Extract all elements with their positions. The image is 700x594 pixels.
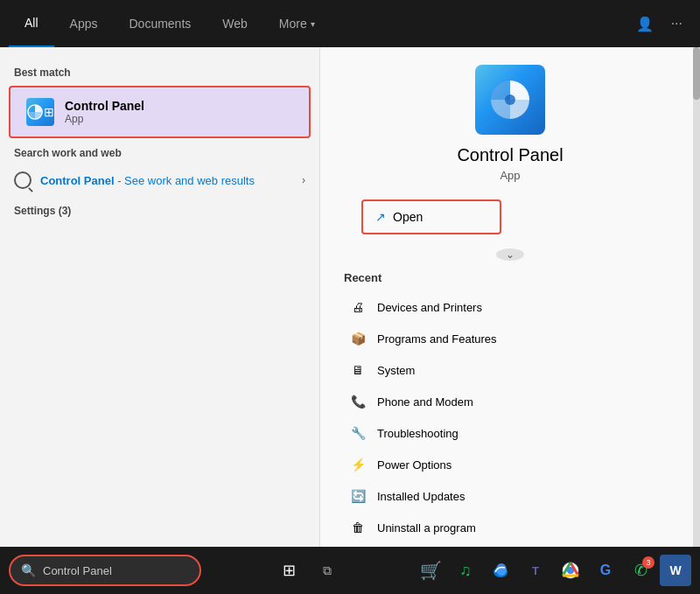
scrollbar-thumb bbox=[693, 47, 700, 100]
best-match-type: App bbox=[65, 113, 144, 125]
taskbar-apps: 🛒 ♫ T G ✆ 3 W bbox=[415, 555, 691, 586]
best-match-text: Control Panel App bbox=[65, 99, 144, 125]
recent-item-3[interactable]: 📞 Phone and Modem bbox=[344, 386, 676, 417]
recent-item-icon-7: 🗑 bbox=[347, 517, 368, 538]
recent-item-6[interactable]: 🔄 Installed Updates bbox=[344, 480, 676, 512]
main-content: Best match Control Panel App bbox=[0, 47, 700, 547]
taskbar-search-icon: 🔍 bbox=[21, 563, 36, 577]
recent-list: 🖨 Devices and Printers 📦 Programs and Fe… bbox=[344, 291, 676, 547]
expand-icon: ⌄ bbox=[506, 248, 514, 261]
cp-title: Control Panel bbox=[457, 145, 563, 165]
recent-item-label-2: System bbox=[377, 364, 415, 377]
cp-subtitle: App bbox=[500, 169, 520, 182]
svg-point-2 bbox=[505, 94, 515, 105]
recent-item-label-1: Programs and Features bbox=[377, 332, 497, 346]
recent-item-icon-2: 🖥 bbox=[347, 360, 368, 381]
edge-icon[interactable] bbox=[485, 555, 516, 586]
recent-item-icon-1: 📦 bbox=[347, 328, 368, 349]
chevron-down-icon: ▾ bbox=[311, 19, 315, 29]
recent-item-1[interactable]: 📦 Programs and Features bbox=[344, 323, 676, 354]
best-match-label: Best match bbox=[0, 61, 319, 82]
settings-section-label: Settings (3) bbox=[0, 198, 319, 220]
recent-item-icon-5: ⚡ bbox=[347, 454, 368, 475]
right-panel: Control Panel App ↗ Open ⌄ Recent 🖨 Devi… bbox=[319, 47, 700, 547]
recent-item-label-0: Devices and Printers bbox=[377, 301, 482, 314]
recent-item-2[interactable]: 🖥 System bbox=[344, 354, 676, 386]
more-options-icon[interactable]: ··· bbox=[662, 16, 691, 31]
taskbar-search-bar[interactable]: 🔍 Control Panel bbox=[9, 555, 201, 586]
cp-small-icon bbox=[26, 98, 54, 126]
task-view-button[interactable]: ⧉ bbox=[312, 555, 343, 586]
recent-item-label-6: Installed Updates bbox=[377, 490, 465, 503]
expand-button[interactable]: ⌄ bbox=[496, 248, 524, 261]
recent-item-label-4: Troubleshooting bbox=[377, 427, 458, 440]
recent-item-label-5: Power Options bbox=[377, 458, 452, 472]
google-icon[interactable]: G bbox=[590, 555, 621, 586]
recent-item-label-7: Uninstall a program bbox=[377, 521, 476, 535]
search-web-text: Control Panel - See work and web results bbox=[40, 174, 255, 187]
recent-item-icon-6: 🔄 bbox=[347, 486, 368, 507]
recent-item-5[interactable]: ⚡ Power Options bbox=[344, 449, 676, 480]
search-item-name: Control Panel bbox=[40, 174, 115, 187]
recent-item-icon-4: 🔧 bbox=[347, 423, 368, 444]
tab-documents[interactable]: Documents bbox=[113, 0, 206, 47]
cp-pie-chart bbox=[487, 77, 533, 122]
tab-more-label: More bbox=[279, 17, 307, 31]
scrollbar[interactable] bbox=[693, 47, 700, 547]
recent-item-label-3: Phone and Modem bbox=[377, 395, 473, 409]
whatsapp-icon[interactable]: ✆ 3 bbox=[625, 555, 656, 586]
tab-documents-label: Documents bbox=[129, 17, 191, 31]
tab-more[interactable]: More ▾ bbox=[263, 0, 331, 47]
recent-label: Recent bbox=[344, 271, 676, 284]
open-external-icon: ↗ bbox=[375, 210, 386, 224]
recent-item-4[interactable]: 🔧 Troubleshooting bbox=[344, 417, 676, 449]
control-panel-icon-small bbox=[24, 96, 56, 128]
recent-item-0[interactable]: 🖨 Devices and Printers bbox=[344, 291, 676, 323]
tab-apps[interactable]: Apps bbox=[54, 0, 114, 47]
control-panel-icon-large bbox=[475, 65, 545, 135]
cp-icon-inner bbox=[475, 65, 545, 135]
left-panel: Best match Control Panel App bbox=[0, 47, 319, 547]
taskbar: 🔍 Control Panel ⊞ ⧉ 🛒 ♫ T bbox=[0, 547, 700, 594]
word-icon[interactable]: W bbox=[660, 555, 691, 586]
tab-web-label: Web bbox=[222, 17, 248, 31]
open-button-container: ↗ Open bbox=[361, 199, 659, 234]
open-label: Open bbox=[393, 210, 423, 224]
search-item-suffix: - See work and web results bbox=[117, 174, 255, 187]
taskbar-search-text: Control Panel bbox=[43, 564, 112, 577]
user-icon[interactable]: 👤 bbox=[627, 16, 662, 32]
best-match-name: Control Panel bbox=[65, 99, 144, 113]
tab-all-label: All bbox=[24, 16, 38, 30]
tab-apps-label: Apps bbox=[70, 17, 98, 31]
recent-item-7[interactable]: 🗑 Uninstall a program bbox=[344, 512, 676, 543]
open-button[interactable]: ↗ Open bbox=[361, 199, 501, 234]
store-icon[interactable]: 🛒 bbox=[415, 555, 446, 586]
tab-all[interactable]: All bbox=[9, 0, 54, 47]
spotify-icon[interactable]: ♫ bbox=[450, 555, 481, 586]
search-work-web-label: Search work and web bbox=[0, 142, 319, 163]
tab-web[interactable]: Web bbox=[206, 0, 263, 47]
whatsapp-badge: 3 bbox=[642, 556, 654, 569]
recent-item-icon-0: 🖨 bbox=[347, 297, 368, 318]
teams-icon[interactable]: T bbox=[520, 555, 551, 586]
recent-item-icon-3: 📞 bbox=[347, 391, 368, 412]
search-web-arrow-icon: › bbox=[302, 174, 305, 186]
nav-tabs: All Apps Documents Web More ▾ 👤 ··· bbox=[0, 0, 700, 47]
taskbar-center: ⊞ ⧉ bbox=[201, 555, 415, 586]
best-match-item[interactable]: Control Panel App bbox=[9, 86, 311, 138]
search-circle-icon bbox=[14, 171, 32, 189]
chrome-icon[interactable] bbox=[555, 555, 586, 586]
search-web-item[interactable]: Control Panel - See work and web results… bbox=[0, 163, 319, 198]
start-button[interactable]: ⊞ bbox=[273, 555, 304, 586]
